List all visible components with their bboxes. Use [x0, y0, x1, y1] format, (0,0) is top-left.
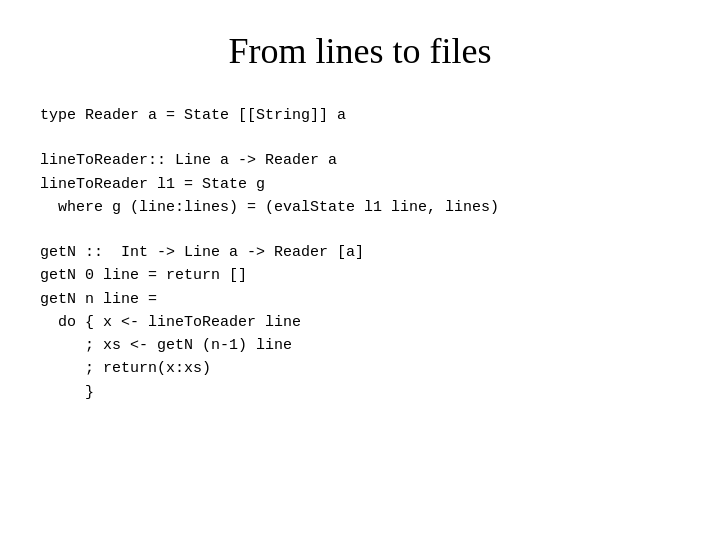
code-section-2: lineToReader:: Line a -> Reader a lineTo… [40, 149, 680, 219]
code-line-getn-base: getN 0 line = return [] [40, 264, 680, 287]
code-line-getn-do2: ; xs <- getN (n-1) line [40, 334, 680, 357]
code-section-3: getN :: Int -> Line a -> Reader [a] getN… [40, 241, 680, 404]
code-line-getn-do3: ; return(x:xs) [40, 357, 680, 380]
code-section-1: type Reader a = State [[String]] a [40, 104, 680, 127]
code-line-getn-do4: } [40, 381, 680, 404]
code-line-getn-sig: getN :: Int -> Line a -> Reader [a] [40, 241, 680, 264]
code-line-linereader-sig: lineToReader:: Line a -> Reader a [40, 149, 680, 172]
code-line-getn-rec: getN n line = [40, 288, 680, 311]
code-line-getn-do1: do { x <- lineToReader line [40, 311, 680, 334]
code-line-linereader-where: where g (line:lines) = (evalState l1 lin… [40, 196, 680, 219]
page-title: From lines to files [40, 30, 680, 72]
code-line-type: type Reader a = State [[String]] a [40, 104, 680, 127]
code-line-linereader-def: lineToReader l1 = State g [40, 173, 680, 196]
page: From lines to files type Reader a = Stat… [0, 0, 720, 540]
